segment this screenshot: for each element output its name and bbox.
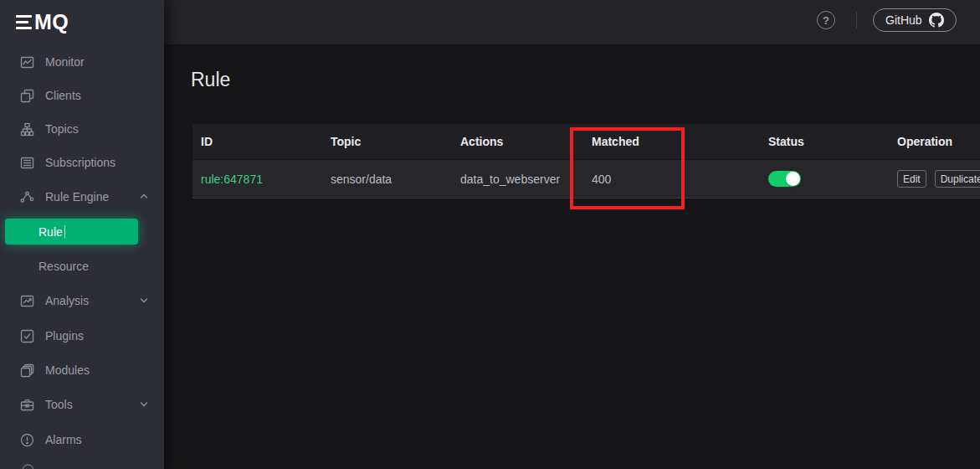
sidebar-item-analysis[interactable]: Analysis (0, 284, 164, 317)
modules-stack-icon (20, 363, 34, 378)
sidebar-item-resource[interactable]: Resource (0, 251, 164, 281)
logo-text: MQ (34, 10, 69, 34)
sidebar-item-tools[interactable]: Tools (0, 388, 164, 421)
settings-icon[interactable] (21, 463, 35, 469)
sidebar-item-topics[interactable]: Topics (0, 112, 164, 146)
sidebar-item-subscriptions[interactable]: Subscriptions (0, 146, 164, 179)
emq-logo[interactable]: MQ (0, 0, 164, 44)
rule-engine-share-icon (20, 190, 34, 204)
chevron-up-icon[interactable] (140, 193, 148, 199)
sidebar-item-label: Topics (45, 122, 79, 136)
table-header-row: ID Topic Actions Matched Status Operatio… (192, 124, 980, 160)
sidebar-item-label: Modules (45, 363, 90, 377)
column-header-topic: Topic (322, 124, 452, 159)
rule-status-cell (760, 171, 889, 187)
sidebar-item-label: Subscriptions (45, 156, 115, 169)
rule-matched-cell: 400 (583, 173, 760, 186)
edit-button[interactable]: Edit (897, 170, 926, 188)
duplicate-button[interactable]: Duplicate (935, 170, 980, 188)
tools-briefcase-icon (20, 398, 34, 412)
rule-actions-cell: data_to_webserver (452, 173, 583, 186)
page-title: Rule (191, 69, 230, 91)
sidebar-item-label: Alarms (45, 433, 82, 446)
github-button-label: GitHub (885, 13, 922, 27)
sidebar-item-label: Rule Engine (45, 190, 109, 204)
sidebar-item-label: Tools (45, 398, 73, 411)
sidebar-item-modules[interactable]: Modules (0, 353, 164, 387)
chevron-down-icon[interactable] (140, 297, 148, 303)
column-header-actions: Actions (452, 124, 583, 159)
rule-id-link[interactable]: rule:647871 (192, 173, 322, 186)
sidebar-item-label: Plugins (45, 329, 84, 343)
github-octocat-icon (929, 13, 944, 28)
sidebar-item-label: Resource (38, 260, 89, 273)
toggle-knob (786, 172, 800, 186)
emq-bars-icon (16, 15, 32, 30)
column-header-matched: Matched (583, 124, 760, 159)
chevron-down-icon[interactable] (140, 401, 148, 407)
sidebar-item-clients[interactable]: Clients (0, 79, 164, 112)
subscriptions-list-icon (20, 156, 34, 170)
sidebar-item-plugins[interactable]: Plugins (0, 319, 164, 353)
help-circle-icon[interactable]: ? (817, 11, 835, 29)
plugins-checkbox-icon (20, 329, 34, 343)
rule-operation-cell: Edit Duplicate (889, 170, 980, 188)
sidebar-item-monitor[interactable]: Monitor (0, 45, 164, 79)
rule-table: ID Topic Actions Matched Status Operatio… (192, 124, 980, 198)
sidebar-item-alarms[interactable]: Alarms (0, 423, 164, 456)
analysis-trend-icon (20, 294, 34, 308)
column-header-status: Status (760, 124, 889, 159)
sidebar-item-rule-engine[interactable]: Rule Engine (0, 180, 164, 214)
topbar-divider (856, 12, 857, 28)
sidebar-item-label: Analysis (45, 294, 89, 307)
alarm-warning-icon (20, 433, 34, 447)
monitor-chart-icon (20, 55, 34, 70)
column-header-id: ID (192, 124, 322, 159)
text-cursor (64, 225, 66, 238)
column-header-operation: Operation (889, 124, 980, 159)
sidebar-item-label: Monitor (45, 55, 85, 69)
sidebar-item-label: Clients (45, 89, 81, 102)
topics-sitemap-icon (20, 122, 34, 137)
github-button[interactable]: GitHub (873, 8, 957, 32)
sidebar-item-rule[interactable]: Rule (5, 219, 138, 245)
rule-topic-cell: sensor/data (322, 173, 452, 186)
table-row: rule:647871 sensor/data data_to_webserve… (192, 160, 980, 198)
topbar: ? GitHub (164, 0, 980, 44)
sidebar-item-label: Rule (38, 225, 63, 239)
sidebar: MQ Monitor Clients Topics Subscriptions … (0, 0, 164, 469)
status-toggle[interactable] (768, 171, 801, 187)
clients-copy-icon (20, 89, 34, 103)
